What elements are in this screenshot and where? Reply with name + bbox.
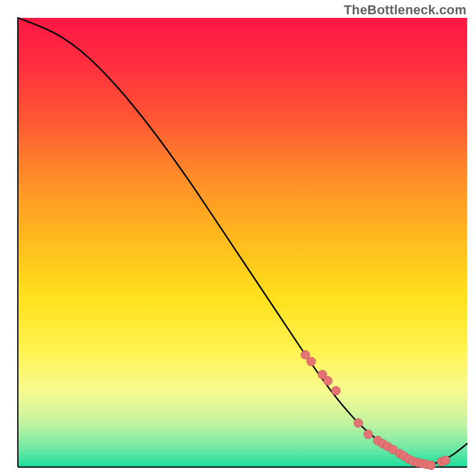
marker-point [441, 456, 450, 465]
marker-point [323, 377, 332, 386]
marker-point [364, 430, 372, 439]
marker-point [354, 419, 363, 428]
bottleneck-chart [0, 0, 476, 476]
marker-point [307, 357, 316, 366]
marker-point [331, 386, 340, 395]
plot-background [18, 18, 467, 467]
chart-container: TheBottleneck.com [0, 0, 476, 476]
marker-point [427, 461, 436, 469]
watermark-label: TheBottleneck.com [344, 2, 466, 18]
